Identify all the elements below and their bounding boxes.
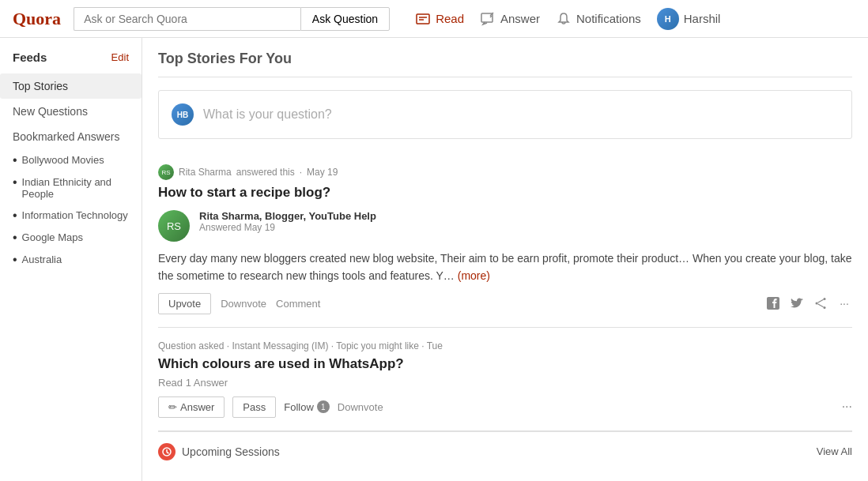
question-action-bar: ✏ Answer Pass Follow 1 Downvote ··· [158, 396, 852, 418]
topic-label: Indian Ethnicity and People [22, 176, 129, 200]
answer-text-content: Every day many new bloggers created new … [158, 252, 852, 282]
edit-link[interactable]: Edit [111, 51, 129, 63]
answer-button[interactable]: ✏ Answer [158, 396, 225, 418]
bullet-icon: • [13, 254, 17, 266]
sidebar-topic-indian-ethnicity[interactable]: • Indian Ethnicity and People [0, 171, 142, 205]
answer-icon [480, 11, 496, 27]
svg-line-9 [817, 300, 823, 303]
downvote-link[interactable]: Downvote [221, 298, 266, 310]
sidebar-topic-australia[interactable]: • Australia [0, 249, 142, 271]
sidebar-topic-information-technology[interactable]: • Information Technology [0, 205, 142, 227]
more-options-icon2[interactable]: ··· [842, 400, 852, 414]
svg-line-10 [817, 304, 823, 307]
story-date: · [300, 167, 302, 178]
nav-user-label: Harshil [684, 12, 721, 25]
nav-answer[interactable]: Answer [480, 11, 540, 27]
svg-line-13 [167, 452, 169, 453]
upcoming-label: Upcoming Sessions [182, 445, 280, 458]
upvote-button[interactable]: Upvote [158, 293, 211, 314]
nav-notifications[interactable]: Notifications [556, 11, 641, 27]
upcoming-icon [158, 443, 175, 460]
question-card-title[interactable]: Which colours are used in WhatsApp? [158, 356, 852, 372]
main-content: Top Stories For You HB What is your ques… [142, 38, 868, 481]
nav-answer-label: Answer [500, 12, 540, 25]
nav-read-label: Read [436, 12, 464, 25]
bullet-icon: • [13, 231, 17, 244]
bullet-icon: • [13, 154, 17, 167]
main-layout: Feeds Edit Top Stories New Questions Boo… [0, 38, 868, 481]
upcoming-left: Upcoming Sessions [158, 443, 280, 460]
svg-line-5 [490, 16, 492, 17]
nav-read[interactable]: Read [415, 11, 464, 27]
story-card-2: Question asked · Instant Messaging (IM) … [158, 328, 852, 431]
follow-label: Follow [284, 401, 314, 413]
bell-icon [556, 11, 572, 27]
action-left: Upvote Downvote Comment [158, 293, 320, 314]
nav: Read Answer Notifications [415, 8, 720, 30]
bullet-icon: • [13, 209, 17, 222]
question-prompt[interactable]: What is your question? [203, 107, 332, 122]
topic-label: Google Maps [22, 231, 83, 243]
header: Quora Ask Question Read [0, 0, 868, 38]
read-icon [415, 11, 431, 27]
topic-label: Bollywood Movies [22, 154, 104, 166]
answer-date: Answered May 19 [199, 222, 376, 233]
nav-user[interactable]: H Harshil [657, 8, 721, 30]
nav-notifications-label: Notifications [576, 12, 641, 25]
upcoming-bar: Upcoming Sessions View All [158, 431, 852, 472]
action-bar: Upvote Downvote Comment ··· [158, 293, 852, 314]
answered-label: answered this [236, 167, 295, 178]
search-input[interactable] [74, 7, 300, 31]
sidebar-item-new-questions[interactable]: New Questions [0, 99, 142, 124]
share-icon[interactable] [813, 295, 828, 311]
svg-point-8 [824, 306, 826, 309]
feeds-header: Feeds Edit [0, 51, 142, 73]
answerer-name: Rita Sharma [179, 167, 232, 178]
sidebar-item-top-stories[interactable]: Top Stories [0, 73, 142, 99]
follow-count: 1 [317, 400, 330, 413]
answerer-row: RS Rita Sharma answered this · May 19 [158, 164, 852, 180]
story-card-1: RS Rita Sharma answered this · May 19 Ho… [158, 152, 852, 328]
twitter-icon[interactable] [789, 295, 805, 311]
bullet-icon: • [13, 176, 17, 189]
answer-info: Rita Sharma, Blogger, YouTube Help Answe… [199, 210, 376, 242]
feeds-title: Feeds [13, 51, 47, 64]
topic-label: Information Technology [22, 209, 128, 221]
logo[interactable]: Quora [13, 9, 61, 29]
facebook-icon[interactable] [765, 295, 781, 311]
answer-block: RS Rita Sharma, Blogger, YouTube Help An… [158, 210, 852, 242]
question-box[interactable]: HB What is your question? [158, 90, 852, 139]
svg-rect-0 [417, 14, 429, 24]
sidebar-topic-google-maps[interactable]: • Google Maps [0, 227, 142, 249]
story-meta: RS Rita Sharma answered this · May 19 [158, 164, 852, 180]
svg-point-7 [816, 303, 818, 305]
sidebar-topic-bollywood[interactable]: • Bollywood Movies [0, 149, 142, 171]
more-options-icon[interactable]: ··· [836, 295, 852, 311]
more-link[interactable]: (more) [458, 269, 490, 282]
view-all-link[interactable]: View All [817, 445, 852, 457]
user-avatar: H [657, 8, 679, 30]
story-question[interactable]: How to start a recipe blog? [158, 185, 852, 201]
answer-text: Every day many new bloggers created new … [158, 250, 852, 285]
pencil-icon: ✏ [168, 401, 177, 413]
topic-label: Australia [22, 254, 62, 265]
comment-link[interactable]: Comment [276, 298, 320, 310]
user-mini-avatar: HB [172, 103, 194, 126]
answerer-avatar: RS [158, 164, 174, 180]
ask-question-button[interactable]: Ask Question [300, 7, 390, 31]
read-answer[interactable]: Read 1 Answer [158, 377, 852, 389]
answer-btn-label: Answer [180, 401, 214, 413]
answer-avatar: RS [158, 210, 190, 242]
sidebar-item-bookmarked-answers[interactable]: Bookmarked Answers [0, 124, 142, 149]
follow-button[interactable]: Follow 1 [284, 400, 330, 413]
downvote-link2[interactable]: Downvote [338, 401, 383, 413]
story-date-value: May 19 [307, 167, 338, 178]
sidebar: Feeds Edit Top Stories New Questions Boo… [0, 38, 142, 481]
svg-point-6 [824, 298, 826, 300]
search-container: Ask Question [74, 7, 390, 31]
action-right: ··· [765, 295, 852, 311]
pass-button[interactable]: Pass [232, 396, 276, 418]
answer-author: Rita Sharma, Blogger, YouTube Help [199, 210, 376, 222]
page-title: Top Stories For You [158, 51, 852, 77]
question-card-meta: Question asked · Instant Messaging (IM) … [158, 340, 852, 351]
